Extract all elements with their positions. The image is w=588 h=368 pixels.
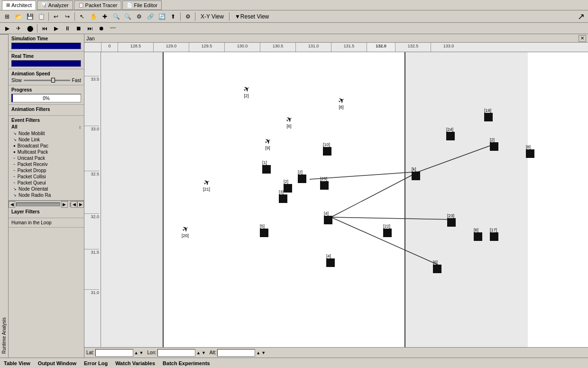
side-tab-runtime[interactable]: Runtime Analysis <box>0 34 8 358</box>
node-6-bottom[interactable]: [6] <box>433 260 441 273</box>
filter-packet-recv[interactable]: − Packet Receiv <box>11 161 81 167</box>
node-6-airplane[interactable]: ✈ [6] <box>286 115 292 129</box>
progress-section: Progress 0% <box>9 85 84 105</box>
node-k[interactable]: [k] <box>412 167 420 180</box>
filter-unicast[interactable]: − Unicast Pack <box>11 155 81 161</box>
analyzer-icon: 📊 <box>41 2 47 8</box>
node-23[interactable]: [23] <box>447 213 456 227</box>
hscroll-left[interactable]: ◀ <box>9 201 15 208</box>
node-24[interactable]: [24] <box>446 127 455 140</box>
lon-input[interactable] <box>157 349 195 357</box>
t2-pause-btn[interactable]: ⏸ <box>62 23 73 34</box>
redo-btn[interactable]: ↪ <box>62 11 73 22</box>
lon-label: Lon: <box>147 350 156 355</box>
refresh-btn[interactable]: 🔄 <box>156 11 167 22</box>
hscroll-right[interactable]: ▶ <box>61 201 68 208</box>
node-8-airplane[interactable]: ✈ [8] <box>338 96 344 110</box>
sep5 <box>229 12 230 21</box>
hand-btn[interactable]: ✋ <box>88 11 99 22</box>
node-20-airplane[interactable]: ✈ [20] <box>182 224 189 238</box>
node-4-lower[interactable]: [4] <box>326 254 335 267</box>
node-22[interactable]: [22] <box>383 224 392 237</box>
menu-output-window[interactable]: Output Window <box>38 360 76 366</box>
menu-error-log[interactable]: Error Log <box>84 360 108 366</box>
alt-spin-down[interactable]: ▼ <box>261 350 266 355</box>
menu-batch-experiments[interactable]: Batch Experiments <box>163 360 210 366</box>
filter-node-orient[interactable]: ↘ Node Orientat <box>11 186 81 192</box>
node-4-upper[interactable]: [4] <box>324 211 332 224</box>
t2-play-btn[interactable]: ▶ <box>51 23 61 34</box>
node-5[interactable]: [5] <box>260 224 268 237</box>
t2-btn1[interactable]: ▶ <box>2 23 12 34</box>
node-9-airplane[interactable]: ✈ [9] <box>265 137 271 150</box>
lon-spin-up[interactable]: ▲ <box>196 350 201 355</box>
speed-slow-label: Slow <box>11 78 22 83</box>
open-btn[interactable]: 📂 <box>13 11 24 22</box>
node-10[interactable]: [10] <box>323 142 331 156</box>
menu-bar: ⊞ Architect 📊 Analyzer 📋 Packet Tracer 📄… <box>0 0 588 10</box>
alt-spin-up[interactable]: ▲ <box>256 350 260 355</box>
node-3[interactable]: [3] <box>279 190 287 203</box>
node-21-airplane[interactable]: ✈ [21] <box>203 178 210 192</box>
filter-node-mobility[interactable]: ↘ Node Mobilit <box>11 130 81 137</box>
node-25[interactable]: [25] <box>320 176 329 190</box>
node-2[interactable]: ✈ [2] <box>243 84 249 98</box>
node-1[interactable]: [1] <box>262 160 271 174</box>
filter-packet-coll[interactable]: − Packet Collisi <box>11 174 81 180</box>
node-2-right[interactable]: [2] <box>490 138 498 151</box>
tab-architect[interactable]: ⊞ Architect <box>2 0 36 10</box>
zoom-in-btn[interactable]: 🔍 <box>111 11 121 22</box>
tab-analyzer[interactable]: 📊 Analyzer <box>37 0 73 10</box>
t2-rec-btn[interactable]: ⏺ <box>96 23 107 34</box>
tab-packet-tracer[interactable]: 📋 Packet Tracer <box>74 0 122 10</box>
t2-wave-btn[interactable]: 〰 <box>108 23 118 34</box>
cursor-btn[interactable]: ↖ <box>77 11 87 22</box>
lat-spin-down[interactable]: ▼ <box>139 350 144 355</box>
node-2-center[interactable]: [2] <box>298 170 306 183</box>
alt-input[interactable] <box>217 349 255 357</box>
node-8-right[interactable]: [8] <box>526 145 534 158</box>
filter-multicast[interactable]: ● Multicast Pack <box>11 149 81 155</box>
reset-view-btn[interactable]: ▼ Reset View <box>231 11 272 22</box>
lat-label: Lat: <box>86 350 94 355</box>
settings-btn[interactable]: ⚙ <box>183 11 193 22</box>
node-19[interactable]: [19] <box>484 108 493 121</box>
undo-btn[interactable]: ↩ <box>51 11 61 22</box>
node-6-lower[interactable]: [6] <box>474 228 482 241</box>
move-btn[interactable]: ✚ <box>100 11 110 22</box>
copy-btn[interactable]: 📋 <box>36 11 46 22</box>
search-btn[interactable]: ⚙ <box>134 11 144 22</box>
hscroll-right2[interactable]: ▶ <box>77 201 84 208</box>
new-btn[interactable]: ⊞ <box>2 11 12 22</box>
t2-fwd-btn[interactable]: ⏭ <box>85 23 95 34</box>
filter-broadcast[interactable]: ● Broadcast Pac <box>11 143 81 149</box>
map-header: Jan ✕ <box>84 34 588 43</box>
menu-table-view[interactable]: Table View <box>4 360 30 366</box>
ruler-v-315: 31.5 <box>84 249 99 255</box>
xy-view-btn[interactable]: X-Y View <box>197 11 227 22</box>
up-btn[interactable]: ⬆ <box>168 11 178 22</box>
hscroll-left2[interactable]: ◀ <box>71 201 77 208</box>
filter-node-radio[interactable]: ↘ Node Radio Ra <box>11 192 81 198</box>
lat-input[interactable] <box>95 349 133 357</box>
t2-arrow-btn[interactable]: ✈ <box>13 23 24 34</box>
node-17[interactable]: [17] <box>490 228 498 241</box>
filter-packet-drop[interactable]: − Packet Dropp <box>11 167 81 174</box>
tab-file-editor[interactable]: 📄 File Editor <box>122 0 162 10</box>
t2-stop-btn[interactable]: ⏹ <box>74 23 84 34</box>
map-close-btn[interactable]: ✕ <box>579 35 586 42</box>
speed-slider[interactable] <box>24 80 70 81</box>
anim-speed-label: Animation Speed <box>11 71 81 76</box>
lon-spin-down[interactable]: ▼ <box>202 350 206 355</box>
t2-back-btn[interactable]: ⏮ <box>39 23 50 34</box>
filter-node-link[interactable]: ↘ Node Link <box>11 137 81 143</box>
link-btn[interactable]: 🔗 <box>145 11 156 22</box>
speed-thumb[interactable] <box>51 78 55 83</box>
t2-circle-btn[interactable]: ⬤ <box>25 23 35 34</box>
lat-spin-up[interactable]: ▲ <box>134 350 138 355</box>
hscroll-track[interactable] <box>16 202 60 206</box>
save-btn[interactable]: 💾 <box>25 11 35 22</box>
filter-packet-queue[interactable]: − Packet Queui <box>11 180 81 186</box>
menu-watch-variables[interactable]: Watch Variables <box>115 360 155 366</box>
zoom-out-btn[interactable]: 🔍 <box>122 11 133 22</box>
